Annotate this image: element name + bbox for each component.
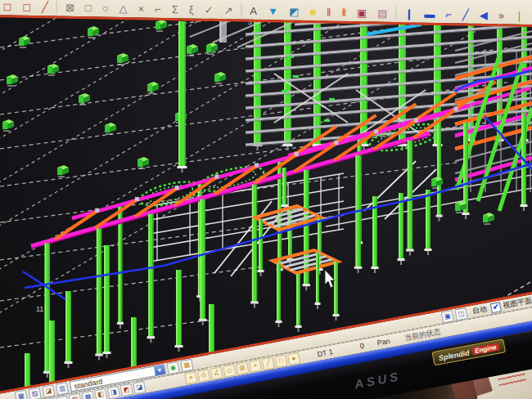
clipped-icon-b[interactable]: ◻ — [22, 2, 31, 12]
beam-poly-icon[interactable]: ⌐ — [445, 9, 452, 20]
rectangle-icon[interactable]: □ — [85, 2, 92, 13]
chevron-down-icon[interactable]: ▼ — [154, 365, 165, 375]
select-surface-icon[interactable]: ◪ — [133, 381, 146, 394]
hatch-icon[interactable]: ▩ — [180, 358, 193, 371]
snap-box-icon[interactable]: □ — [274, 355, 287, 368]
view-list-icon[interactable]: ▦ — [15, 389, 28, 399]
flag-blue-icon[interactable]: ▣ — [441, 310, 454, 323]
snap-point-icon[interactable]: ● — [287, 352, 300, 365]
pan-mode-indicator: Pan — [376, 337, 391, 347]
component-icon[interactable]: ▤ — [377, 8, 388, 19]
beam-dash-icon[interactable]: ▬ — [424, 9, 435, 20]
snap-center-icon[interactable]: ⊙ — [197, 369, 210, 382]
dt-indicator: DT 1 — [317, 347, 334, 358]
snap-intersection-icon[interactable]: ⊞ — [236, 361, 249, 374]
column-orange-icon[interactable]: ❘ — [515, 11, 524, 21]
delete-icon[interactable]: × — [138, 3, 144, 14]
zigzag-icon[interactable]: ξ — [189, 4, 194, 15]
view-row-icon[interactable]: ▥ — [56, 382, 69, 395]
select-assembly-icon[interactable]: ◧ — [94, 388, 107, 399]
clipped-icon-c[interactable]: ╱ — [42, 2, 48, 12]
create-dwg-icon[interactable]: ⊠ — [65, 2, 74, 13]
corner-icon[interactable]: ⌐ — [155, 4, 161, 15]
measure-pole2-icon[interactable]: ‖ — [341, 7, 346, 18]
phase-icon[interactable]: ◩ — [289, 7, 300, 17]
circle-icon[interactable]: ○ — [102, 2, 109, 13]
toolbar-separator — [395, 7, 396, 19]
view-grid-icon[interactable]: ▨ — [28, 387, 41, 399]
snap-origin-icon[interactable]: ⌖ — [184, 371, 197, 384]
beam-slanted-icon[interactable]: ╱ — [462, 10, 469, 20]
toolbar-separator — [241, 4, 241, 16]
grid-label: 0 — [286, 24, 291, 31]
sum-icon[interactable]: Σ — [172, 4, 178, 15]
triangle-icon[interactable]: △ — [119, 3, 127, 14]
check-icon[interactable]: ✓ — [204, 5, 213, 16]
snap-diamond-icon[interactable]: ◇ — [223, 364, 236, 377]
notes-page-icon[interactable]: ■ — [309, 7, 316, 17]
flag-split-icon[interactable]: ◫ — [454, 307, 467, 321]
select-gridline-icon[interactable]: ▧ — [56, 396, 69, 399]
view-plane-checkbox[interactable]: ✔ — [490, 302, 502, 313]
snap-angle-icon[interactable]: ∠ — [210, 366, 223, 379]
view-pane-icon[interactable]: ◪ — [42, 384, 55, 397]
beam-arrow-icon[interactable]: ◀ — [480, 10, 488, 20]
clipped-icon-a[interactable]: ◻ — [2, 1, 11, 11]
zero-indicator: 0 — [359, 342, 365, 351]
clash-check-icon[interactable]: ▣ — [357, 7, 367, 18]
grid-label: 11 — [36, 305, 43, 313]
binoculars-icon[interactable]: A — [250, 6, 257, 16]
snap-line-icon[interactable]: ╱ — [262, 356, 275, 370]
filter-funnel-icon[interactable]: ▼ — [268, 6, 278, 16]
select-components-icon[interactable]: ▩ — [81, 391, 94, 399]
measure-pole-icon[interactable]: ‖ — [327, 7, 331, 18]
globe-render-icon[interactable]: ◉ — [166, 361, 179, 374]
snap-plus-icon[interactable]: + — [249, 359, 262, 372]
beam-blue-icon[interactable]: ❙ — [404, 8, 413, 19]
monitor-brand-logo: ASUS — [354, 369, 403, 391]
toolbar-separator — [56, 0, 57, 12]
select-views-icon[interactable]: ▨ — [69, 393, 82, 399]
fast-forward-icon[interactable]: » — [498, 10, 504, 20]
select-rebar-icon[interactable]: ◩ — [120, 383, 133, 397]
select-objects-icon[interactable]: ◨ — [107, 386, 120, 399]
arrow-ne-icon[interactable]: ↗ — [223, 5, 232, 16]
